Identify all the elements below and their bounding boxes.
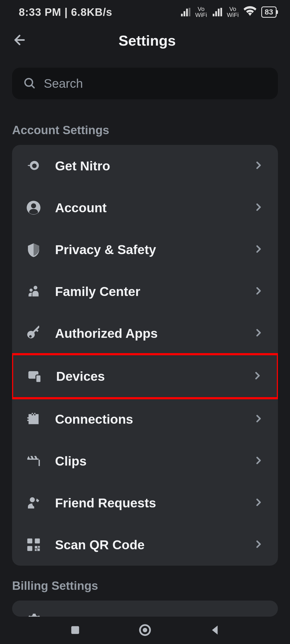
search-icon [23,76,36,90]
chevron-right-icon [253,285,264,298]
svg-rect-11 [38,546,40,548]
status-right: Vo WiFi Vo WiFi 83 [180,5,277,20]
nav-home-button[interactable] [138,623,152,638]
svg-point-1 [31,203,36,208]
header: Settings [0,24,290,57]
plugin-icon [26,411,42,427]
chevron-right-icon [253,327,264,340]
svg-rect-8 [35,539,40,544]
chevron-right-icon [253,538,264,551]
nav-recents-button[interactable] [68,623,82,638]
svg-rect-12 [35,549,37,551]
wifi-label: WiFi [227,12,239,18]
svg-rect-10 [35,546,37,548]
page-title: Settings [16,32,278,49]
settings-item-nitro[interactable]: Get Nitro [12,145,278,187]
settings-item-authorized-apps[interactable]: Authorized Apps [12,312,278,354]
settings-card-account: Get Nitro Account Privacy & Safety Famil… [12,145,278,566]
svg-rect-5 [36,375,41,382]
family-icon [26,283,42,299]
settings-item-privacy[interactable]: Privacy & Safety [12,229,278,270]
item-label: Account [55,200,239,215]
status-data-rate: 6.8KB/s [71,6,113,18]
wifi-icon [244,5,256,20]
navigation-bar [0,617,290,644]
item-label: Get Nitro [55,159,239,173]
vo-label: Vo [198,6,205,12]
vo-wifi-badge-2: Vo WiFi [227,6,239,18]
svg-point-3 [30,289,33,292]
chevron-right-icon [253,496,264,509]
shield-icon [26,241,42,258]
item-label: Clips [55,454,239,469]
svg-rect-7 [27,539,32,544]
settings-item-clips[interactable]: Clips [12,440,278,482]
chevron-right-icon [253,201,264,214]
battery-level: 83 [265,8,273,16]
settings-item-connections[interactable]: Connections [12,398,278,440]
settings-item-partial[interactable] [12,601,278,617]
settings-item-account[interactable]: Account [12,187,278,229]
chevron-right-icon [253,159,264,172]
status-time-data: 8:33 PM | 6.8KB/s [19,6,112,18]
svg-rect-13 [37,548,40,551]
settings-item-friend-requests[interactable]: Friend Requests [12,482,278,524]
search-container[interactable] [12,68,278,99]
chevron-right-icon [253,455,264,467]
settings-item-qr[interactable]: Scan QR Code [12,524,278,566]
item-label: Scan QR Code [55,537,239,552]
vo-label: Vo [229,6,236,12]
battery-indicator: 83 [261,6,277,18]
chevron-right-icon [253,243,264,256]
svg-point-16 [143,628,147,632]
settings-item-devices[interactable]: Devices [12,353,278,399]
nav-back-button[interactable] [208,623,222,638]
section-header-billing: Billing Settings [0,566,290,601]
chevron-right-icon [253,413,264,426]
nitro-icon [26,158,42,174]
item-label: Privacy & Safety [55,242,239,257]
status-time: 8:33 PM [19,6,61,18]
signal-icon-1 [180,7,190,17]
item-label: Family Center [55,284,239,299]
svg-point-6 [30,497,35,502]
settings-item-family[interactable]: Family Center [12,270,278,312]
settings-card-billing [12,601,278,617]
gear-icon [26,611,42,617]
svg-rect-9 [27,546,32,551]
status-bar: 8:33 PM | 6.8KB/s Vo WiFi Vo WiFi 83 [0,0,290,24]
devices-icon [27,368,43,384]
account-icon [26,200,42,216]
vo-wifi-badge-1: Vo WiFi [195,6,207,18]
svg-rect-14 [71,626,79,634]
item-label: Devices [56,369,238,384]
item-label: Authorized Apps [55,326,239,341]
wifi-label: WiFi [195,12,207,18]
friend-wave-icon [26,495,42,511]
signal-icon-2 [212,7,222,17]
clapperboard-icon [26,453,42,469]
section-header-account: Account Settings [0,110,290,145]
chevron-right-icon [252,370,263,383]
qr-code-icon [26,537,42,553]
search-input[interactable] [44,76,267,91]
key-icon [26,325,42,341]
item-label: Friend Requests [55,496,239,510]
svg-point-2 [34,286,37,290]
item-label: Connections [55,412,239,427]
status-sep: | [64,6,71,18]
